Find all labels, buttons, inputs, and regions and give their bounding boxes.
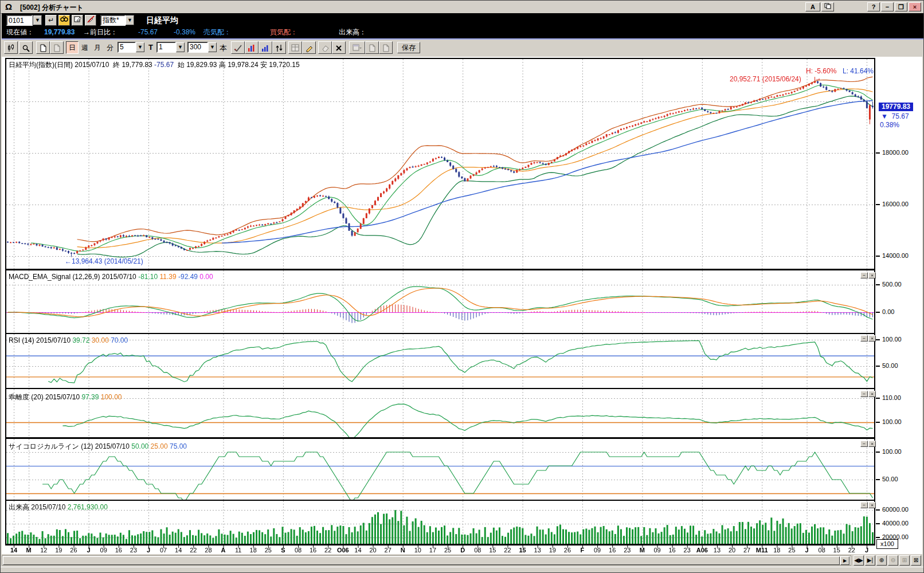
- font-button[interactable]: A: [805, 2, 820, 11]
- psy-panel-minimize-button[interactable]: −: [860, 441, 868, 447]
- interval-select[interactable]: 1: [156, 42, 176, 53]
- low-pct-annotation: L: 41.64%: [843, 67, 874, 75]
- updown-arrows-icon: [275, 44, 283, 52]
- header-segment: 0.00: [198, 273, 213, 281]
- eraser-icon: [321, 45, 329, 52]
- x-icon: [335, 45, 342, 52]
- nav-button-1[interactable]: ◀▶: [853, 555, 864, 566]
- vol-panel-close-button[interactable]: ×: [868, 502, 876, 508]
- rsi-panel-close-button[interactable]: ×: [868, 335, 876, 342]
- red-blue-bars-icon: [248, 44, 256, 52]
- page-icon: [40, 44, 46, 52]
- minute-span-select[interactable]: 5: [118, 42, 136, 53]
- period-month-button[interactable]: 月: [91, 41, 104, 54]
- page-icon: [382, 44, 389, 52]
- multi-color-bars-button[interactable]: [245, 41, 259, 54]
- edit-memo-button[interactable]: [72, 15, 83, 26]
- axis-label: 100.00: [882, 336, 902, 343]
- bar-count-dropdown[interactable]: ▼: [208, 42, 217, 52]
- copy-icon: [824, 3, 831, 9]
- axis-tick: [876, 479, 880, 480]
- scrollbar-track[interactable]: ▶: [2, 555, 851, 566]
- nav-button-3[interactable]: ⊕: [876, 555, 887, 566]
- volume-unit-box: x100: [876, 539, 898, 549]
- blue-bars-icon: [261, 44, 269, 52]
- vol-panel-minimize-button[interactable]: −: [860, 502, 868, 508]
- style-brush-button[interactable]: [231, 41, 245, 54]
- close-button[interactable]: ×: [909, 2, 921, 11]
- axis-tick: [876, 339, 880, 340]
- axis-label: 50.00: [882, 476, 898, 482]
- symbol-dropdown-button[interactable]: ▼: [33, 15, 42, 25]
- macd-panel-close-button[interactable]: ×: [868, 272, 876, 278]
- chart-canvas[interactable]: [5, 58, 875, 554]
- axis-tick: [876, 398, 880, 399]
- grid-icon: [291, 44, 299, 52]
- symbol-code-input[interactable]: [6, 15, 33, 26]
- nav-button-2[interactable]: ▶|: [865, 555, 875, 566]
- minute-span-dropdown[interactable]: ▼: [136, 42, 144, 52]
- axis-tick: [876, 422, 880, 423]
- header-segment: 出来高 2015/07/10: [9, 503, 68, 511]
- dev-panel-close-button[interactable]: ×: [868, 391, 876, 397]
- blue-bars-button[interactable]: [259, 41, 272, 54]
- horizontal-scrollbar: ▶ ◀▶▶|⊕⊖⊞⊠: [2, 555, 923, 567]
- bar-count-select[interactable]: 300: [187, 42, 208, 53]
- current-price: 19,779.83: [44, 27, 75, 37]
- tag-change: ▼ 75.67: [881, 112, 909, 120]
- macd-panel-minimize-button[interactable]: −: [860, 272, 868, 278]
- nav-button-6[interactable]: ⊠: [911, 555, 921, 566]
- category-dropdown-button[interactable]: ▼: [126, 15, 134, 25]
- restore-button[interactable]: ❐: [895, 2, 907, 11]
- chart-toolbar: 日 週 月 分 5 ▼ T 1 ▼ 300 ▼ 本: [2, 40, 923, 57]
- header-segment: 始 19,829.93 高 19,978.24 安 19,720.15: [174, 61, 300, 69]
- window-layout-button: [349, 41, 365, 54]
- load-page-button: [379, 41, 393, 54]
- bid-label: 買気配：: [270, 27, 297, 37]
- interval-dropdown[interactable]: ▼: [176, 42, 185, 52]
- volume-label: 出来高：: [339, 27, 366, 37]
- candlestick-tool-button[interactable]: [4, 41, 18, 54]
- memo-icon: [74, 15, 81, 23]
- status-bar: [1, 567, 924, 573]
- enter-button[interactable]: ↵: [45, 15, 57, 26]
- window-dropdown-icon: [353, 44, 362, 52]
- axis-tick: [876, 523, 880, 524]
- panel-header-dev: 乖離度 (20) 2015/07/10 97.39 100.00: [9, 393, 122, 402]
- change-label: →前日比：: [83, 27, 118, 37]
- psy-panel-close-button[interactable]: ×: [868, 441, 876, 447]
- sort-updown-button[interactable]: [272, 41, 286, 54]
- scrollbar-thumb[interactable]: [3, 556, 840, 565]
- minimize-button[interactable]: −: [881, 2, 894, 11]
- delete-all-button[interactable]: [332, 41, 346, 54]
- page-prev-button[interactable]: [36, 41, 50, 54]
- panel-header-psy: サイコロジカルライン (12) 2015/07/10 50.00 25.00 7…: [9, 442, 187, 452]
- period-low-annotation: ←13,964.43 (2014/05/21): [65, 257, 143, 265]
- grid-settings-button: [288, 41, 302, 54]
- category-select[interactable]: 指数*: [100, 15, 126, 26]
- rsi-panel-minimize-button[interactable]: −: [860, 335, 868, 342]
- header-segment: サイコロジカルライン (12) 2015/07/10: [9, 442, 131, 450]
- axis-tick: [876, 366, 880, 367]
- help-button[interactable]: ?: [867, 2, 880, 11]
- save-button[interactable]: 保存: [397, 42, 420, 53]
- search-binoculars-button[interactable]: [58, 15, 70, 26]
- period-week-button[interactable]: 週: [79, 41, 91, 54]
- header-segment: RSI (14) 2015/07/10: [9, 336, 72, 344]
- dev-panel-minimize-button[interactable]: −: [860, 391, 868, 397]
- axis-tick: [876, 509, 880, 511]
- app-window: Ω [5002] 分析チャート A ? − ❐ × ▼ ↵ 指数* ▼ 日経平均…: [0, 0, 924, 573]
- header-segment: 乖離度 (20) 2015/07/10: [9, 393, 81, 401]
- scroll-right-button[interactable]: ▶: [840, 556, 849, 565]
- copy-window-button[interactable]: [821, 2, 834, 11]
- clear-draw-button[interactable]: [85, 15, 96, 26]
- axis-tick: [876, 537, 880, 538]
- period-day-button[interactable]: 日: [66, 41, 79, 54]
- period-minute-button[interactable]: 分: [104, 41, 116, 54]
- zoom-tool-button[interactable]: [19, 41, 33, 54]
- down-triangle-icon: ▼: [881, 112, 888, 120]
- header-segment: 39.72: [72, 336, 89, 344]
- pencil-icon: [305, 44, 313, 52]
- draw-pencil-button[interactable]: [302, 41, 316, 54]
- titlebar: Ω [5002] 分析チャート A ? − ❐ ×: [1, 1, 923, 14]
